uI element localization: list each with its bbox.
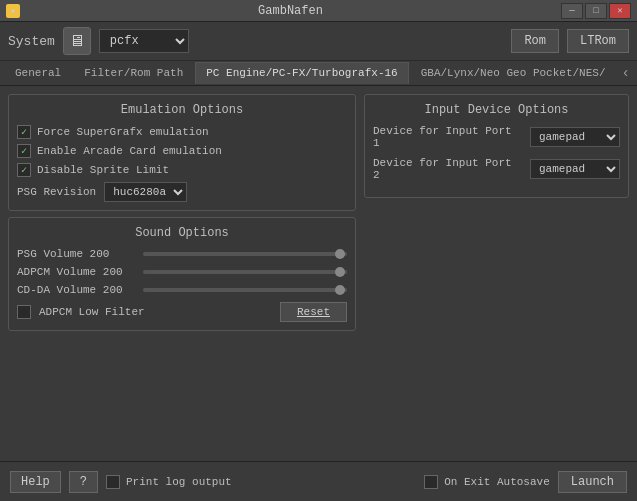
psg-revision-label: PSG Revision — [17, 186, 96, 198]
adpcm-low-filter-row: ADPCM Low Filter Reset — [17, 302, 347, 322]
autosave-label: On Exit Autosave — [444, 476, 550, 488]
window-title: GambNafen — [258, 4, 323, 18]
question-button[interactable]: ? — [69, 471, 98, 493]
psg-revision-select[interactable]: huc6280a huc6280 — [104, 182, 187, 202]
tab-bar: General Filter/Rom Path PC Engine/PC-FX/… — [0, 61, 637, 86]
force-supergrafx-checkbox[interactable]: ✓ — [17, 125, 31, 139]
bottom-bar: Help ? Print log output On Exit Autosave… — [0, 461, 637, 501]
main-content: Emulation Options ✓ Force SuperGrafx emu… — [0, 86, 637, 461]
force-supergrafx-label: Force SuperGrafx emulation — [37, 126, 209, 138]
print-log-checkbox[interactable] — [106, 475, 120, 489]
arcade-card-label: Enable Arcade Card emulation — [37, 145, 222, 157]
psg-volume-label: PSG Volume 200 — [17, 248, 137, 260]
adpcm-low-filter-label: ADPCM Low Filter — [39, 306, 145, 318]
system-select[interactable]: pcfx pce pce-fast — [99, 29, 189, 53]
input-port-1-row: Device for Input Port 1 gamepad mouse no… — [373, 125, 620, 149]
input-device-options-title: Input Device Options — [373, 103, 620, 117]
input-port-1-label: Device for Input Port 1 — [373, 125, 522, 149]
cdda-volume-label: CD-DA Volume 200 — [17, 284, 137, 296]
sound-options-title: Sound Options — [17, 226, 347, 240]
tab-filter-rom-path[interactable]: Filter/Rom Path — [73, 62, 194, 84]
psg-revision-row: PSG Revision huc6280a huc6280 — [17, 182, 347, 202]
cdda-volume-thumb[interactable] — [335, 285, 345, 295]
arcade-card-row: ✓ Enable Arcade Card emulation — [17, 144, 347, 158]
minimize-button[interactable]: ─ — [561, 3, 583, 19]
input-port-1-select[interactable]: gamepad mouse none — [530, 127, 620, 147]
app-icon: ★ — [6, 4, 20, 18]
system-icon: 🖥 — [63, 27, 91, 55]
launch-button[interactable]: Launch — [558, 471, 627, 493]
adpcm-low-filter-checkbox[interactable] — [17, 305, 31, 319]
psg-volume-row: PSG Volume 200 — [17, 248, 347, 260]
print-log-row: Print log output — [106, 475, 232, 489]
adpcm-volume-slider[interactable] — [143, 270, 347, 274]
psg-volume-thumb[interactable] — [335, 249, 345, 259]
input-port-2-label: Device for Input Port 2 — [373, 157, 522, 181]
help-button[interactable]: Help — [10, 471, 61, 493]
adpcm-volume-label: ADPCM Volume 200 — [17, 266, 137, 278]
emulation-options-section: Emulation Options ✓ Force SuperGrafx emu… — [8, 94, 356, 211]
title-bar: ★ GambNafen ─ □ ✕ — [0, 0, 637, 22]
emulation-options-title: Emulation Options — [17, 103, 347, 117]
cdda-volume-slider[interactable] — [143, 288, 347, 292]
tab-general[interactable]: General — [4, 62, 72, 84]
system-label: System — [8, 34, 55, 49]
reset-button[interactable]: Reset — [280, 302, 347, 322]
tab-left-arrow[interactable]: ‹ — [618, 61, 634, 85]
maximize-button[interactable]: □ — [585, 3, 607, 19]
tab-pc-engine[interactable]: PC Engine/PC-FX/Turbografx-16 — [195, 62, 408, 84]
right-panel: Input Device Options Device for Input Po… — [364, 94, 629, 453]
input-port-2-row: Device for Input Port 2 gamepad mouse no… — [373, 157, 620, 181]
cdda-volume-row: CD-DA Volume 200 — [17, 284, 347, 296]
force-supergrafx-row: ✓ Force SuperGrafx emulation — [17, 125, 347, 139]
ltrom-button[interactable]: LTRom — [567, 29, 629, 53]
window-controls: ─ □ ✕ — [561, 3, 631, 19]
rom-button[interactable]: Rom — [511, 29, 559, 53]
autosave-row: On Exit Autosave — [424, 475, 550, 489]
psg-volume-slider[interactable] — [143, 252, 347, 256]
disable-sprite-label: Disable Sprite Limit — [37, 164, 169, 176]
arcade-card-checkbox[interactable]: ✓ — [17, 144, 31, 158]
input-port-2-select[interactable]: gamepad mouse none — [530, 159, 620, 179]
system-bar: System 🖥 pcfx pce pce-fast Rom LTRom — [0, 22, 637, 61]
adpcm-volume-row: ADPCM Volume 200 — [17, 266, 347, 278]
close-button[interactable]: ✕ — [609, 3, 631, 19]
disable-sprite-checkbox[interactable]: ✓ — [17, 163, 31, 177]
input-device-options-section: Input Device Options Device for Input Po… — [364, 94, 629, 198]
print-log-label: Print log output — [126, 476, 232, 488]
tab-gba-lynx[interactable]: GBA/Lynx/Neo Geo Pocket/NES/ — [410, 62, 617, 84]
sound-options-section: Sound Options PSG Volume 200 ADPCM Volum… — [8, 217, 356, 331]
disable-sprite-row: ✓ Disable Sprite Limit — [17, 163, 347, 177]
left-panel: Emulation Options ✓ Force SuperGrafx emu… — [8, 94, 356, 453]
adpcm-volume-thumb[interactable] — [335, 267, 345, 277]
autosave-checkbox[interactable] — [424, 475, 438, 489]
